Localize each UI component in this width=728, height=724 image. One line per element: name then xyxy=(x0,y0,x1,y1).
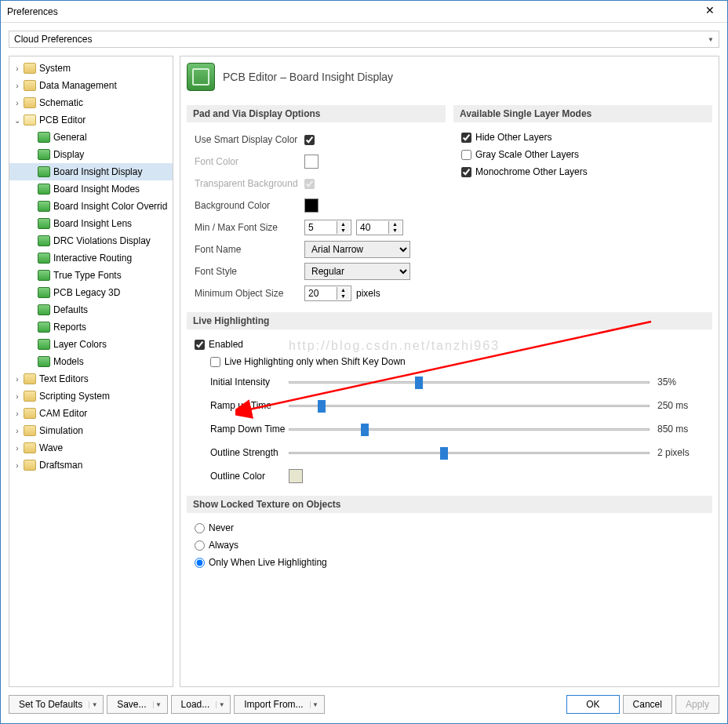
gray-layers-checkbox[interactable] xyxy=(461,150,471,160)
tree-node-board-insight-display[interactable]: Board Insight Display xyxy=(9,163,173,180)
expand-icon[interactable]: › xyxy=(13,444,22,453)
dropdown-icon[interactable]: ▼ xyxy=(153,701,164,708)
cloud-preferences-dropdown[interactable]: Cloud Preferences ▼ xyxy=(9,31,719,48)
tree-node[interactable]: › Wave xyxy=(9,439,173,457)
radio-row: Never xyxy=(195,519,704,537)
category-tree[interactable]: › System › Data Management › Schematic ⌄… xyxy=(9,56,173,687)
tree-node-drc-violations-display[interactable]: DRC Violations Display xyxy=(9,232,173,249)
pcb-board-icon xyxy=(187,63,215,91)
locked-radio-2[interactable] xyxy=(195,558,205,568)
slider-ramp-down-time[interactable] xyxy=(289,424,650,435)
use-smart-checkbox[interactable] xyxy=(304,135,315,145)
min-object-spinner[interactable]: ▲▼ xyxy=(304,286,351,301)
slider-value: 850 ms xyxy=(650,424,704,435)
font-style-select[interactable]: Regular xyxy=(304,263,410,280)
tree-node-board-insight-color-overrid[interactable]: Board Insight Color Overrid xyxy=(9,198,173,215)
slider-initial-intensity[interactable] xyxy=(289,377,650,387)
background-color-swatch[interactable] xyxy=(304,198,318,213)
dropdown-icon[interactable]: ▼ xyxy=(216,701,227,708)
set-defaults-button[interactable]: Set To Defaults▼ xyxy=(9,695,104,714)
shift-only-checkbox[interactable] xyxy=(210,357,220,367)
expand-icon[interactable]: › xyxy=(13,392,22,401)
locked-radio-1[interactable] xyxy=(195,540,205,551)
collapse-icon[interactable]: ⌄ xyxy=(13,116,22,125)
load-button[interactable]: Load...▼ xyxy=(171,695,231,714)
tree-node-board-insight-modes[interactable]: Board Insight Modes xyxy=(9,180,173,198)
expand-icon[interactable]: › xyxy=(13,375,22,384)
pcb-icon xyxy=(38,304,50,315)
folder-icon xyxy=(24,460,36,471)
tree-node[interactable]: › System xyxy=(9,60,173,77)
pcb-icon xyxy=(38,270,50,281)
max-font-spinner[interactable]: ▲▼ xyxy=(356,220,403,235)
expand-icon[interactable]: › xyxy=(13,461,22,470)
font-color-swatch[interactable] xyxy=(304,155,318,169)
pcb-icon xyxy=(38,184,50,195)
cloud-row: Cloud Preferences ▼ xyxy=(1,23,727,56)
ok-button[interactable]: OK xyxy=(566,695,619,714)
slider-label: Ramp Down Time xyxy=(195,424,289,435)
font-style-label: Font Style xyxy=(195,266,304,277)
transparent-bg-label: Transparent Background xyxy=(195,178,304,189)
tree-node-true-type-fonts[interactable]: True Type Fonts xyxy=(9,267,173,284)
slider-ramp-up-time[interactable] xyxy=(289,400,650,411)
tree-node-pcb-legacy-3d[interactable]: PCB Legacy 3D xyxy=(9,284,173,301)
dropdown-icon[interactable]: ▼ xyxy=(310,701,321,708)
expand-icon[interactable]: › xyxy=(13,64,22,73)
pcb-icon xyxy=(38,201,50,212)
tree-node-interactive-routing[interactable]: Interactive Routing xyxy=(9,249,173,267)
close-icon[interactable]: ✕ xyxy=(699,4,721,20)
tree-node-defaults[interactable]: Defaults xyxy=(9,301,173,318)
expand-icon[interactable]: › xyxy=(13,427,22,435)
tree-node-display[interactable]: Display xyxy=(9,146,173,163)
pixels-unit: pixels xyxy=(356,288,380,299)
expand-icon[interactable]: › xyxy=(13,409,22,418)
folder-icon xyxy=(24,425,36,436)
tree-node[interactable]: › Data Management xyxy=(9,77,173,94)
folder-icon xyxy=(24,97,36,108)
font-name-select[interactable]: Arial Narrow xyxy=(304,241,410,258)
tree-node[interactable]: › Draftsman xyxy=(9,457,173,474)
tree-node-general[interactable]: General xyxy=(9,129,173,146)
page-title: PCB Editor – Board Insight Display xyxy=(223,71,393,83)
min-font-spinner[interactable]: ▲▼ xyxy=(304,220,351,235)
min-object-label: Minimum Object Size xyxy=(195,288,304,299)
pcb-icon xyxy=(38,235,50,246)
hide-layers-checkbox[interactable] xyxy=(461,133,471,143)
tree-node-reports[interactable]: Reports xyxy=(9,318,173,336)
slider-value: 35% xyxy=(650,377,704,387)
tree-node[interactable]: › Scripting System xyxy=(9,387,173,405)
expand-icon[interactable]: › xyxy=(13,82,22,90)
gray-layers-label: Gray Scale Other Layers xyxy=(475,149,579,160)
tree-node[interactable]: › Schematic xyxy=(9,94,173,111)
mono-layers-checkbox[interactable] xyxy=(461,167,471,177)
folder-icon xyxy=(24,63,36,74)
font-color-label: Font Color xyxy=(195,156,304,167)
radio-row: Always xyxy=(195,537,704,554)
tree-node-pcb-editor[interactable]: ⌄ PCB Editor xyxy=(9,111,173,129)
tree-node-layer-colors[interactable]: Layer Colors xyxy=(9,336,173,353)
folder-open-icon xyxy=(24,115,36,126)
content-panel: PCB Editor – Board Insight Display Pad a… xyxy=(180,56,719,687)
tree-node[interactable]: › Simulation xyxy=(9,422,173,439)
tree-node-board-insight-lens[interactable]: Board Insight Lens xyxy=(9,215,173,232)
slider-outline-strength[interactable] xyxy=(289,447,650,458)
save-button[interactable]: Save...▼ xyxy=(107,695,167,714)
apply-button[interactable]: Apply xyxy=(675,695,719,714)
outline-color-swatch[interactable] xyxy=(289,469,303,483)
tree-node-models[interactable]: Models xyxy=(9,353,173,370)
tree-node[interactable]: › CAM Editor xyxy=(9,405,173,422)
pcb-icon xyxy=(38,322,50,333)
dropdown-icon[interactable]: ▼ xyxy=(89,701,100,708)
button-bar: Set To Defaults▼ Save...▼ Load...▼ Impor… xyxy=(1,692,727,723)
pcb-icon xyxy=(38,218,50,229)
enabled-checkbox[interactable] xyxy=(195,340,205,350)
locked-radio-0[interactable] xyxy=(195,523,205,533)
import-button[interactable]: Import From...▼ xyxy=(234,695,324,714)
group-pad-via: Pad and Via Display Options xyxy=(187,105,446,122)
expand-icon[interactable]: › xyxy=(13,99,22,107)
tree-node[interactable]: › Text Editors xyxy=(9,370,173,387)
cancel-button[interactable]: Cancel xyxy=(623,695,672,714)
radio-label: Never xyxy=(209,522,234,533)
folder-icon xyxy=(24,442,36,453)
